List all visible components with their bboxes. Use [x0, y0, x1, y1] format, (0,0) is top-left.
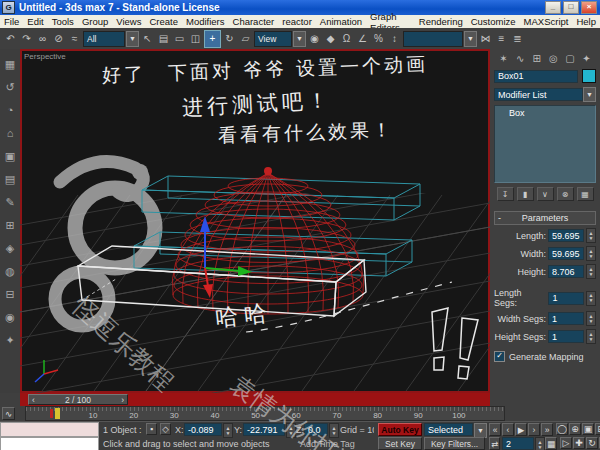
width-field[interactable]: 59.695 — [548, 247, 584, 260]
menu-reactor[interactable]: reactor — [278, 16, 316, 27]
remove-modifier-button[interactable]: ⊗ — [557, 187, 574, 201]
tab-hierarchy[interactable]: ⊞ — [529, 52, 544, 65]
time-slider-track[interactable]: ‹ 2 / 100 › — [20, 393, 490, 406]
zoom-extents-button[interactable]: ▣ — [582, 423, 594, 435]
y-coordinate-field[interactable]: -22.791 — [243, 423, 285, 436]
left-tool-10-button[interactable]: ◍ — [2, 264, 18, 278]
play-animation-button[interactable]: ▶ — [515, 423, 527, 436]
key-mode-toggle-button[interactable]: ⇄ — [489, 437, 500, 450]
left-tool-11-button[interactable]: ⊟ — [2, 287, 18, 301]
unlink-selection-button[interactable]: ⊘ — [51, 31, 66, 47]
restore-icon[interactable]: □ — [563, 1, 579, 14]
keyframe-marker-red[interactable] — [50, 409, 53, 418]
left-tool-4-button[interactable]: ⌂ — [2, 126, 18, 140]
parameters-rollout-header[interactable]: - Parameters — [494, 211, 596, 225]
menu-maxscript[interactable]: MAXScript — [520, 16, 573, 27]
configure-modifier-sets-button[interactable]: ▦ — [577, 187, 594, 201]
selected-filter-dropdown[interactable]: Selected — [424, 423, 473, 436]
modifier-stack-item[interactable]: Box — [495, 106, 595, 118]
go-to-start-button[interactable]: « — [489, 423, 501, 436]
redo-button[interactable]: ↷ — [19, 31, 34, 47]
zoom-all-button[interactable]: ⊕ — [569, 423, 581, 435]
left-tool-13-button[interactable]: ✦ — [2, 333, 18, 347]
height-spinner[interactable]: ▲▼ — [586, 264, 596, 279]
menu-help[interactable]: Help — [572, 16, 600, 27]
set-key-button[interactable]: Set Key — [378, 437, 422, 450]
length-field[interactable]: 59.695 — [548, 229, 584, 242]
z-spinner[interactable]: ▲▼ — [329, 423, 339, 438]
mirror-button[interactable]: ⋈ — [478, 31, 493, 47]
go-to-end-button[interactable]: » — [541, 423, 553, 436]
tab-utilities[interactable]: ✦ — [579, 52, 594, 65]
x-spinner[interactable]: ▲▼ — [223, 423, 233, 438]
percent-snap-toggle-button[interactable]: % — [371, 31, 386, 47]
height-segs-field[interactable]: 1 — [548, 330, 584, 343]
window-crossing-toggle-button[interactable]: ◫ — [188, 31, 203, 47]
left-tool-12-button[interactable]: ◉ — [2, 310, 18, 324]
maxscript-macro-recorder[interactable] — [0, 422, 99, 437]
rollout-collapse-icon[interactable]: - — [498, 213, 501, 223]
named-selection-sets-dropdown[interactable] — [403, 31, 463, 47]
add-time-tag[interactable]: Add Time Tag — [300, 439, 355, 449]
layer-manager-button[interactable]: ≣ — [510, 31, 525, 47]
next-frame-button[interactable]: › — [528, 423, 540, 436]
left-tool-5-button[interactable]: ▣ — [2, 149, 18, 163]
length-spinner[interactable]: ▲▼ — [586, 228, 596, 243]
current-frame-marker[interactable] — [55, 408, 60, 419]
perspective-viewport[interactable]: Perspective — [20, 49, 490, 393]
zoom-button[interactable]: ◯ — [556, 423, 568, 435]
viewport-label[interactable]: Perspective — [24, 52, 66, 61]
tab-modify[interactable]: ∿ — [513, 52, 528, 65]
bind-to-space-warp-button[interactable]: ≈ — [67, 31, 82, 47]
selected-filter-arrow-icon[interactable]: ▼ — [474, 423, 487, 438]
length-segs-field[interactable]: 1 — [548, 292, 584, 305]
time-slider-next-icon[interactable]: › — [121, 395, 124, 405]
menu-file[interactable]: File — [0, 16, 23, 27]
align-button[interactable]: ≡ — [494, 31, 509, 47]
generate-mapping-checkbox[interactable]: ✓ — [494, 351, 505, 362]
width-segs-spinner[interactable]: ▲▼ — [586, 311, 596, 326]
z-coordinate-field[interactable]: 0.0 — [304, 423, 328, 436]
modifier-list-dropdown[interactable]: Modifier List — [494, 88, 583, 101]
snap-toggle-button[interactable]: Ω — [339, 31, 354, 47]
named-selection-arrow-icon[interactable]: ▼ — [464, 31, 477, 47]
reference-coordinate-dropdown[interactable]: View — [254, 31, 292, 47]
key-filters-button[interactable]: Key Filters... — [424, 437, 485, 450]
select-by-name-button[interactable]: ▤ — [156, 31, 171, 47]
angle-snap-toggle-button[interactable]: ∠ — [355, 31, 370, 47]
selection-filter-dropdown[interactable]: All — [83, 31, 125, 47]
select-and-link-button[interactable]: ∞ — [35, 31, 50, 47]
zoom-extents-all-button[interactable]: ⊞ — [595, 423, 600, 435]
menu-create[interactable]: Create — [145, 16, 182, 27]
left-tool-1-button[interactable]: ▦ — [2, 57, 18, 71]
make-unique-button[interactable]: ∨ — [537, 187, 554, 201]
width-segs-field[interactable]: 1 — [548, 312, 584, 325]
rectangular-selection-region-button[interactable]: ▭ — [172, 31, 187, 47]
auto-key-button[interactable]: Auto Key — [378, 423, 422, 436]
reference-coordinate-arrow-icon[interactable]: ▼ — [293, 31, 306, 47]
time-slider-prev-icon[interactable]: ‹ — [32, 395, 35, 405]
field-of-view-button[interactable]: ▷ — [560, 437, 572, 449]
show-end-result-button[interactable]: ▮ — [517, 187, 534, 201]
select-and-manipulate-button[interactable]: ◆ — [323, 31, 338, 47]
left-tool-7-button[interactable]: ✎ — [2, 195, 18, 209]
minimize-icon[interactable]: _ — [545, 1, 561, 14]
current-frame-field[interactable]: 2 — [502, 437, 534, 450]
left-tool-3-button[interactable]: ◔ — [2, 103, 18, 117]
tab-create[interactable]: ✶ — [496, 52, 511, 65]
tab-motion[interactable]: ◎ — [546, 52, 561, 65]
time-slider-handle[interactable]: ‹ 2 / 100 › — [28, 394, 128, 405]
left-tool-2-button[interactable]: ↺ — [2, 80, 18, 94]
selection-lock-icon[interactable]: ▪ — [146, 423, 157, 435]
select-object-button[interactable]: ↖ — [140, 31, 155, 47]
select-and-rotate-button[interactable]: ↻ — [222, 31, 237, 47]
menu-tools[interactable]: Tools — [48, 16, 78, 27]
menu-edit[interactable]: Edit — [23, 16, 47, 27]
object-name-field[interactable]: Box01 — [494, 70, 578, 83]
frame-spinner[interactable]: ▲▼ — [535, 437, 545, 450]
time-configuration-button[interactable]: ▦ — [545, 437, 557, 450]
x-coordinate-field[interactable]: -0.089 — [184, 423, 222, 436]
width-spinner[interactable]: ▲▼ — [586, 246, 596, 261]
arc-rotate-button[interactable]: ↻ — [586, 437, 598, 449]
object-color-swatch[interactable] — [582, 69, 596, 83]
